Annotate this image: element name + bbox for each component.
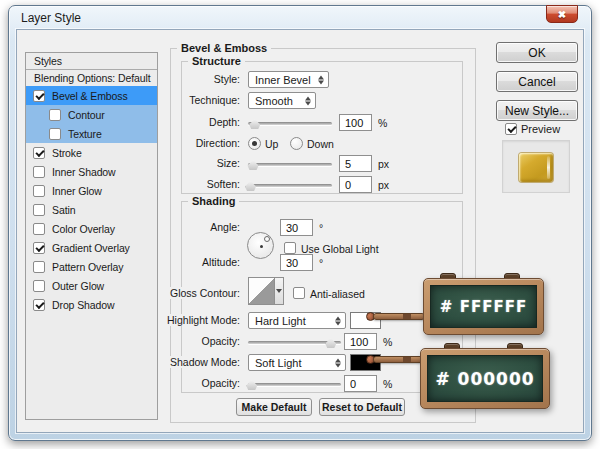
shading-group-title: Shading — [188, 194, 239, 208]
bevel-emboss-checkbox[interactable] — [33, 90, 45, 102]
preview-checkbox[interactable] — [505, 123, 517, 135]
technique-dropdown[interactable]: Smooth — [248, 92, 316, 109]
shadow-hex-value: # 000000 — [435, 369, 534, 389]
depth-input[interactable] — [339, 114, 372, 131]
depth-unit: % — [378, 117, 387, 129]
highlight-mode-dropdown[interactable]: Hard Light — [248, 312, 346, 329]
shadow-hex-chalkboard: # 000000 — [420, 343, 550, 409]
sidebar-item-bevel-emboss[interactable]: Bevel & Emboss — [26, 86, 157, 105]
screenshot-canvas: Layer Style ✖ Styles Blending Options: D… — [0, 0, 600, 449]
sidebar-item-blending-options[interactable]: Blending Options: Default — [26, 70, 157, 86]
new-style-button[interactable]: New Style... — [496, 100, 578, 121]
angle-dial-indicator[interactable] — [264, 236, 270, 242]
pointer-stick-icon — [373, 313, 425, 320]
dropdown-spinner-icon — [305, 96, 311, 105]
pointer-stick-icon — [373, 356, 425, 363]
technique-label: Technique: — [187, 94, 242, 106]
highlight-mode-label: Highlight Mode: — [165, 314, 242, 326]
shadow-opacity-input[interactable] — [344, 375, 377, 392]
soften-unit: px — [378, 179, 389, 191]
shadow-mode-label: Shadow Mode: — [168, 356, 242, 368]
gloss-contour-thumbnail[interactable] — [248, 277, 275, 305]
stroke-checkbox[interactable] — [33, 147, 45, 159]
shadow-opacity-label: Opacity: — [199, 377, 242, 389]
outer-glow-checkbox[interactable] — [33, 280, 45, 292]
sidebar-item-gradient-overlay[interactable]: Gradient Overlay — [26, 238, 157, 257]
cancel-button[interactable]: Cancel — [496, 71, 578, 92]
contour-checkbox[interactable] — [49, 109, 61, 121]
ok-button[interactable]: OK — [496, 42, 578, 63]
soften-input[interactable] — [339, 176, 372, 193]
structure-group: Structure Style: Inner Bevel Technique: … — [181, 61, 463, 194]
drop-shadow-checkbox[interactable] — [33, 299, 45, 311]
gradient-overlay-checkbox[interactable] — [33, 242, 45, 254]
shadow-mode-dropdown[interactable]: Soft Light — [248, 354, 346, 371]
angle-input[interactable] — [280, 219, 313, 236]
angle-dial-center-dot — [260, 245, 263, 248]
structure-group-title: Structure — [188, 54, 245, 68]
soften-slider[interactable] — [248, 176, 332, 193]
style-preview-box — [502, 140, 570, 193]
highlight-opacity-input[interactable] — [344, 333, 377, 350]
sidebar-item-stroke[interactable]: Stroke — [26, 143, 157, 162]
chalkboard-surface: # 000000 — [427, 355, 543, 402]
inner-shadow-checkbox[interactable] — [33, 166, 45, 178]
chalkboard-frame: # FFFFFF — [423, 278, 544, 335]
inner-glow-checkbox[interactable] — [33, 185, 45, 197]
soften-label: Soften: — [205, 178, 242, 190]
direction-label: Direction: — [194, 137, 242, 149]
shadow-opacity-slider[interactable] — [248, 375, 341, 392]
highlight-opacity-slider[interactable] — [248, 333, 341, 350]
highlight-hex-value: # FFFFFF — [440, 298, 527, 316]
texture-checkbox[interactable] — [49, 128, 61, 140]
depth-label: Depth: — [207, 116, 242, 128]
style-label: Style: — [212, 73, 242, 85]
gloss-contour-arrow-icon[interactable] — [275, 277, 284, 305]
technique-dropdown-value: Smooth — [255, 95, 293, 107]
sidebar-item-inner-shadow[interactable]: Inner Shadow — [26, 162, 157, 181]
sidebar-item-outer-glow[interactable]: Outer Glow — [26, 276, 157, 295]
dropdown-spinner-icon — [335, 316, 341, 325]
style-dropdown[interactable]: Inner Bevel — [248, 71, 329, 88]
pattern-overlay-checkbox[interactable] — [33, 261, 45, 273]
shadow-opacity-unit: % — [383, 378, 392, 390]
sidebar-item-satin[interactable]: Satin — [26, 200, 157, 219]
dropdown-spinner-icon — [335, 358, 341, 367]
sidebar-item-inner-glow[interactable]: Inner Glow — [26, 181, 157, 200]
highlight-mode-value: Hard Light — [255, 315, 306, 327]
depth-slider[interactable] — [248, 114, 332, 131]
highlight-opacity-label: Opacity: — [199, 335, 242, 347]
close-icon: ✖ — [558, 9, 566, 20]
styles-list-panel: Styles Blending Options: Default Bevel &… — [25, 52, 158, 420]
close-button[interactable]: ✖ — [546, 5, 578, 23]
dropdown-spinner-icon — [318, 75, 324, 84]
style-dropdown-value: Inner Bevel — [255, 74, 311, 86]
altitude-input[interactable] — [280, 254, 313, 271]
use-global-light-checkbox[interactable] — [284, 242, 296, 254]
shadow-mode-value: Soft Light — [255, 357, 301, 369]
sidebar-item-drop-shadow[interactable]: Drop Shadow — [26, 295, 157, 314]
make-default-button[interactable]: Make Default — [236, 398, 312, 416]
angle-unit: ° — [319, 222, 323, 234]
altitude-unit: ° — [319, 257, 323, 269]
size-unit: px — [378, 158, 389, 170]
size-input[interactable] — [339, 155, 372, 172]
gloss-contour-picker[interactable] — [248, 277, 284, 305]
color-overlay-checkbox[interactable] — [33, 223, 45, 235]
highlight-hex-chalkboard: # FFFFFF — [423, 273, 544, 335]
reset-to-default-button[interactable]: Reset to Default — [319, 398, 405, 416]
size-slider[interactable] — [248, 155, 332, 172]
altitude-label: Altitude: — [200, 256, 242, 268]
anti-aliased-checkbox[interactable] — [293, 287, 305, 299]
direction-up-radio[interactable] — [248, 137, 261, 150]
direction-down-label: Down — [307, 138, 334, 150]
direction-up-label: Up — [265, 138, 278, 150]
direction-down-radio[interactable] — [290, 137, 303, 150]
satin-checkbox[interactable] — [33, 204, 45, 216]
sidebar-item-texture[interactable]: Texture — [26, 124, 157, 143]
sidebar-item-color-overlay[interactable]: Color Overlay — [26, 219, 157, 238]
chalkboard-frame: # 000000 — [420, 348, 550, 409]
gloss-contour-label: Gloss Contour: — [168, 287, 242, 299]
sidebar-item-pattern-overlay[interactable]: Pattern Overlay — [26, 257, 157, 276]
sidebar-item-contour[interactable]: Contour — [26, 105, 157, 124]
